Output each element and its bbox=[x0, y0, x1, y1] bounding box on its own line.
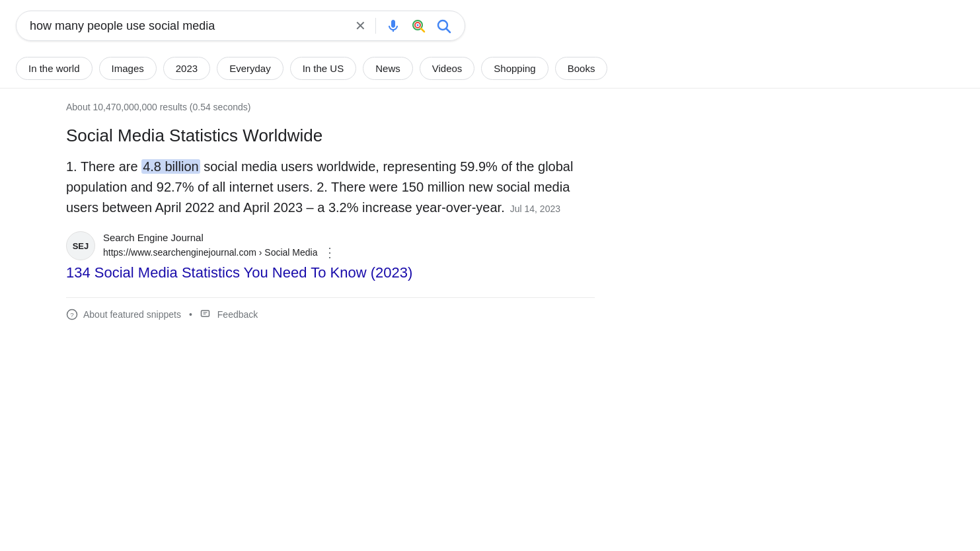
results-count: About 10,470,000,000 results (0.54 secon… bbox=[66, 102, 595, 112]
top-bar: ✕ bbox=[0, 0, 980, 52]
source-url-row: https://www.searchenginejournal.com › So… bbox=[103, 244, 336, 260]
divider bbox=[375, 18, 376, 34]
chip-books[interactable]: Books bbox=[555, 57, 608, 80]
chip-images[interactable]: Images bbox=[99, 57, 157, 80]
svg-rect-8 bbox=[201, 311, 209, 316]
snippet-footer: ? About featured snippets • Feedback bbox=[66, 297, 595, 320]
chips-row: In the world Images 2023 Everyday In the… bbox=[0, 52, 980, 89]
search-icons: ✕ bbox=[355, 18, 451, 34]
more-options-icon[interactable]: ⋮ bbox=[323, 244, 336, 260]
chip-2023[interactable]: 2023 bbox=[163, 57, 210, 80]
feedback-label[interactable]: Feedback bbox=[217, 309, 258, 320]
chip-us[interactable]: In the US bbox=[290, 57, 357, 80]
results-area: About 10,470,000,000 results (0.54 secon… bbox=[0, 89, 595, 334]
search-box: ✕ bbox=[16, 11, 465, 41]
about-snippets-label[interactable]: About featured snippets bbox=[83, 309, 181, 320]
snippet-date: Jul 14, 2023 bbox=[510, 203, 560, 214]
feedback-icon bbox=[200, 309, 212, 320]
source-details: Search Engine Journal https://www.search… bbox=[103, 232, 336, 260]
clear-icon[interactable]: ✕ bbox=[355, 18, 366, 34]
chip-world[interactable]: In the world bbox=[16, 57, 93, 80]
chip-shopping[interactable]: Shopping bbox=[481, 57, 548, 80]
svg-text:?: ? bbox=[70, 311, 74, 318]
source-row: SEJ Search Engine Journal https://www.se… bbox=[66, 231, 595, 260]
source-url: https://www.searchenginejournal.com › So… bbox=[103, 247, 318, 258]
mic-icon[interactable] bbox=[385, 18, 401, 34]
help-icon: ? bbox=[66, 309, 78, 320]
svg-line-2 bbox=[421, 28, 424, 32]
source-logo: SEJ bbox=[66, 231, 95, 260]
chip-videos[interactable]: Videos bbox=[420, 57, 475, 80]
search-button-icon[interactable] bbox=[435, 18, 451, 34]
body-prefix: 1. There are bbox=[66, 159, 141, 174]
lens-icon[interactable] bbox=[410, 18, 426, 34]
highlighted-text: 4.8 billion bbox=[141, 159, 200, 174]
svg-point-3 bbox=[417, 24, 419, 26]
result-link[interactable]: 134 Social Media Statistics You Need To … bbox=[66, 264, 595, 281]
chip-everyday[interactable]: Everyday bbox=[217, 57, 283, 80]
svg-line-5 bbox=[447, 29, 451, 33]
source-name: Search Engine Journal bbox=[103, 232, 336, 243]
search-input[interactable] bbox=[30, 19, 347, 33]
chip-news[interactable]: News bbox=[363, 57, 413, 80]
featured-snippet-body: 1. There are 4.8 billion social media us… bbox=[66, 157, 595, 218]
footer-divider: • bbox=[189, 309, 192, 320]
featured-snippet-title: Social Media Statistics Worldwide bbox=[66, 126, 595, 146]
